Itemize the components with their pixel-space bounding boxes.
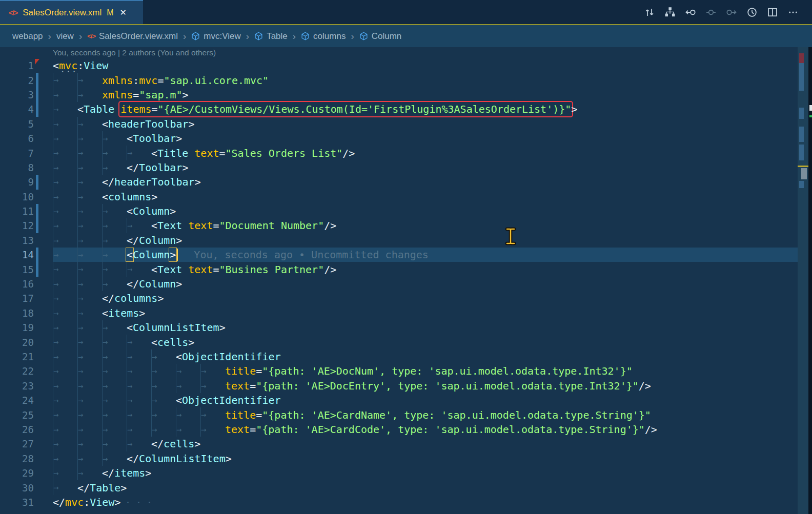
breadcrumb-item[interactable]: </>SalesOrder.view.xml: [87, 31, 178, 42]
code-line[interactable]: 16→→→</Column>: [0, 277, 812, 291]
breadcrumb-item[interactable]: view: [56, 31, 74, 42]
gutter[interactable]: [34, 480, 53, 495]
code-line[interactable]: 15→→→→<Text text="Busines Partner"/>: [0, 262, 812, 276]
line-number[interactable]: 31: [0, 497, 34, 508]
gutter[interactable]: [34, 146, 53, 160]
line-number[interactable]: 24: [0, 395, 34, 406]
breadcrumb-item[interactable]: Table: [254, 31, 288, 42]
code-content[interactable]: →→→</Toolbar>: [53, 160, 798, 175]
code-line[interactable]: 30→</Table>: [0, 480, 812, 495]
line-number[interactable]: 2: [0, 75, 34, 86]
gutter[interactable]: [34, 466, 53, 480]
close-tab-icon[interactable]: ✕: [120, 8, 127, 17]
overview-ruler-scrollbar[interactable]: [798, 47, 808, 514]
line-number[interactable]: 29: [0, 467, 34, 479]
code-line[interactable]: 20→→→→<cells>: [0, 335, 812, 349]
gutter[interactable]: [34, 320, 53, 335]
code-content[interactable]: →→→→</cells>: [53, 437, 798, 451]
gutter[interactable]: [34, 393, 53, 407]
gutter[interactable]: [34, 291, 53, 305]
line-number[interactable]: 17: [0, 293, 34, 304]
line-number[interactable]: 9: [0, 176, 34, 188]
code-content[interactable]: →→→→→→→title="{path: 'AE>DocNum', type: …: [53, 364, 798, 378]
gitlens-codelens[interactable]: You, seconds ago | 2 authors (You and ot…: [53, 48, 216, 57]
gutter[interactable]: [34, 379, 53, 393]
file-history-icon[interactable]: [746, 6, 758, 18]
code-line[interactable]: 9→→</headerToolbar>: [0, 175, 812, 189]
code-content[interactable]: →→xmlns:mvc="sap.ui.core.mvc": [53, 73, 798, 87]
code-line[interactable]: 8→→→</Toolbar>: [0, 160, 812, 175]
line-number[interactable]: 20: [0, 337, 34, 348]
code-line[interactable]: 24→→→→→<ObjectIdentifier: [0, 393, 812, 407]
line-number[interactable]: 28: [0, 453, 34, 464]
code-content[interactable]: →→→→→<ObjectIdentifier: [53, 393, 798, 407]
gutter[interactable]: [34, 233, 53, 248]
line-number[interactable]: 19: [0, 322, 34, 333]
code-content[interactable]: </mvc:View>···: [53, 495, 798, 509]
gutter[interactable]: [34, 437, 53, 451]
line-number[interactable]: 14: [0, 249, 34, 260]
split-editor-icon[interactable]: [766, 6, 778, 18]
code-line[interactable]: 13→→→</Column>: [0, 233, 812, 248]
gutter[interactable]: [34, 495, 53, 509]
code-content[interactable]: →</Table>: [53, 480, 798, 495]
commit-graph-icon[interactable]: [664, 6, 676, 18]
code-line[interactable]: 26→→→→→→→text="{path: 'AE>CardCode', typ…: [0, 422, 812, 437]
gutter[interactable]: [34, 364, 53, 378]
code-line[interactable]: 6→→→<Toolbar>: [0, 131, 812, 146]
gutter[interactable]: [34, 117, 53, 131]
code-content[interactable]: →→→<Column>You, seconds ago • Uncommitte…: [53, 248, 798, 262]
code-content[interactable]: <mvc:View: [53, 58, 798, 73]
line-number[interactable]: 15: [0, 264, 34, 275]
line-number[interactable]: 30: [0, 482, 34, 494]
code-line[interactable]: 25→→→→→→→title="{path: 'AE>CardName', ty…: [0, 407, 812, 422]
code-content[interactable]: →→→<ColumnListItem>: [53, 320, 798, 335]
code-line[interactable]: 29→→</items>: [0, 466, 812, 480]
gutter[interactable]: [34, 160, 53, 175]
code-content[interactable]: →→→→→→→title="{path: 'AE>CardName', type…: [53, 407, 798, 422]
line-number[interactable]: 11: [0, 205, 34, 217]
line-number[interactable]: 26: [0, 424, 34, 435]
line-number[interactable]: 25: [0, 409, 34, 421]
line-number[interactable]: 23: [0, 380, 34, 392]
code-content[interactable]: →→→→<Text text="Document Number"/>: [53, 218, 798, 233]
next-change-icon[interactable]: [725, 6, 737, 18]
code-content[interactable]: →→→→→→→text="{path: 'AE>CardCode', type:…: [53, 422, 798, 437]
previous-change-icon[interactable]: [684, 6, 696, 18]
line-number[interactable]: 10: [0, 191, 34, 202]
code-content[interactable]: →→</headerToolbar>: [53, 175, 798, 189]
more-actions-icon[interactable]: [787, 6, 799, 18]
gutter[interactable]: [34, 131, 53, 146]
code-line[interactable]: 31</mvc:View>···: [0, 495, 812, 509]
breadcrumb-item[interactable]: webapp: [12, 31, 43, 42]
code-line[interactable]: 2→→xmlns:mvc="sap.ui.core.mvc": [0, 73, 812, 87]
code-content[interactable]: →→→→<cells>: [53, 335, 798, 349]
line-number[interactable]: 4: [0, 104, 34, 115]
line-number[interactable]: 27: [0, 438, 34, 449]
code-line[interactable]: 7→→→→<Title text="Sales Orders List"/>: [0, 146, 812, 160]
code-line[interactable]: 3→→xmlns="sap.m">: [0, 88, 812, 102]
code-content[interactable]: →→→<Toolbar>: [53, 131, 798, 146]
code-content[interactable]: →→<items>: [53, 306, 798, 320]
code-line[interactable]: 5→→<headerToolbar>: [0, 117, 812, 131]
breadcrumb-item[interactable]: mvc:View: [191, 31, 240, 42]
code-content[interactable]: →→<columns>: [53, 190, 798, 204]
code-line[interactable]: 19→→→<ColumnListItem>: [0, 320, 812, 335]
code-line[interactable]: 18→→<items>: [0, 306, 812, 320]
code-content[interactable]: →→</columns>: [53, 291, 798, 305]
code-content[interactable]: →→→→<Text text="Busines Partner"/>: [53, 262, 798, 276]
line-number[interactable]: 8: [0, 162, 34, 173]
code-content[interactable]: →→→→→→→text="{path: 'AE>DocEntry', type:…: [53, 379, 798, 393]
compare-changes-icon[interactable]: [643, 6, 655, 18]
code-content[interactable]: →→<headerToolbar>: [53, 117, 798, 131]
code-content[interactable]: →→→→<Title text="Sales Orders List"/>: [53, 146, 798, 160]
current-change-icon[interactable]: [705, 6, 717, 18]
code-content[interactable]: →→</items>: [53, 466, 798, 480]
line-number[interactable]: 22: [0, 365, 34, 377]
code-line[interactable]: 27→→→→</cells>: [0, 437, 812, 451]
code-content[interactable]: →→→<Column>: [53, 204, 798, 218]
code-line[interactable]: 28→→→</ColumnListItem>: [0, 451, 812, 466]
line-number[interactable]: 16: [0, 278, 34, 290]
gutter[interactable]: [34, 422, 53, 437]
line-number[interactable]: 13: [0, 235, 34, 246]
